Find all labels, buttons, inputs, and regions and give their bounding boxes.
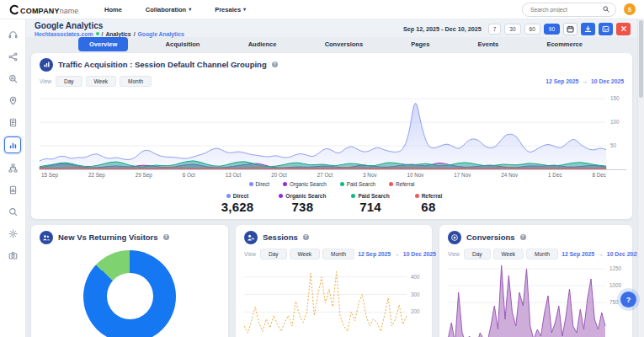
- x-axis-tick-label: 6 Oct: [183, 172, 195, 178]
- company-logo[interactable]: COMPANYname: [8, 2, 89, 17]
- search-icon[interactable]: [603, 6, 609, 13]
- legend-item[interactable]: Direct: [249, 181, 269, 187]
- chart-legend: DirectOrganic SearchPaid SearchReferral: [40, 181, 624, 187]
- x-axis-tick-label: 15 Sep: [41, 172, 58, 178]
- search-icon[interactable]: [5, 204, 20, 219]
- view-option-button[interactable]: Month: [322, 249, 354, 259]
- view-option-button[interactable]: Week: [493, 249, 524, 259]
- breadcrumb-separator: /: [134, 31, 136, 37]
- settings-gear-icon[interactable]: [5, 226, 20, 241]
- chart-title: Sessions: [263, 233, 298, 242]
- stat-dot-icon: [279, 194, 283, 198]
- session-user-badge-icon: [244, 231, 258, 244]
- chart-period[interactable]: 12 Sep 2025→10 Dec 2025: [546, 78, 624, 84]
- stat-value: 714: [359, 200, 381, 214]
- tab[interactable]: Events: [467, 37, 510, 51]
- range-preset-button[interactable]: 90: [544, 24, 560, 35]
- view-option-button[interactable]: Week: [86, 76, 117, 87]
- support-headset-icon[interactable]: [5, 27, 20, 42]
- main-menu: Home Collaboration Presales: [104, 6, 246, 13]
- tab[interactable]: Overview: [78, 37, 128, 51]
- stat-dot-icon: [351, 194, 355, 198]
- tab[interactable]: Conversions: [314, 37, 374, 51]
- tab[interactable]: Acquisition: [155, 37, 211, 51]
- document-icon[interactable]: [5, 115, 20, 130]
- search-input[interactable]: [529, 6, 603, 13]
- page-title: Google Analytics: [35, 21, 184, 31]
- bar-chart-badge-icon: [40, 58, 53, 72]
- stat-value: 3,628: [221, 200, 254, 214]
- stat-dot-icon: [226, 194, 231, 198]
- tab[interactable]: Audience: [237, 37, 288, 51]
- logo-c-icon: [8, 4, 19, 15]
- logo-text-bold: COMPANY: [20, 7, 60, 15]
- breadcrumb-site-link[interactable]: Hechtassociates.com: [35, 31, 93, 37]
- left-sidebar: [0, 19, 26, 337]
- svg-text:100: 100: [610, 119, 620, 125]
- breadcrumb-section[interactable]: Analytics: [105, 31, 130, 37]
- svg-text:400: 400: [411, 273, 420, 279]
- range-preset-button[interactable]: 30: [504, 24, 520, 35]
- tab[interactable]: Ecommerce: [535, 37, 593, 51]
- arrow-right-icon: →: [582, 78, 588, 84]
- camera-icon[interactable]: [5, 248, 20, 263]
- range-preset-button[interactable]: 60: [524, 24, 540, 35]
- chart-title: New Vs Returning Visitors: [58, 233, 158, 242]
- svg-text:750: 750: [609, 299, 619, 305]
- view-option-button[interactable]: Day: [56, 76, 82, 87]
- info-icon[interactable]: [272, 62, 278, 67]
- x-axis-tick-label: 1 Dec: [548, 172, 562, 178]
- image-export-button[interactable]: [599, 23, 613, 35]
- x-axis-tick-label: 10 Nov: [407, 172, 423, 178]
- stat-dot-icon: [415, 194, 419, 198]
- stat-label: Referral: [422, 193, 443, 199]
- conversions-card: Conversions View DayWeekMonth 12 Sep 202…: [439, 225, 632, 337]
- traffic-area-chart: 50100150: [40, 89, 626, 170]
- view-label: View: [448, 251, 460, 257]
- chevron-down-icon: [243, 7, 246, 12]
- legend-item[interactable]: Organic Search: [283, 181, 327, 187]
- chart-period[interactable]: 12 Sep 2025→10 Dec 2025: [358, 251, 436, 257]
- legend-dot-icon: [389, 182, 393, 186]
- range-preset-button[interactable]: 7: [488, 24, 502, 35]
- view-option-button[interactable]: Week: [290, 249, 321, 259]
- menu-item-home[interactable]: Home: [104, 6, 122, 13]
- status-dot: [96, 32, 99, 35]
- report-icon[interactable]: [5, 182, 20, 197]
- breadcrumb: Hechtassociates.com / Analytics / Google…: [35, 31, 184, 37]
- project-search[interactable]: [522, 3, 616, 17]
- info-icon[interactable]: [303, 234, 309, 240]
- breadcrumb-current: Google Analytics: [138, 31, 184, 37]
- view-option-button[interactable]: Day: [464, 249, 491, 259]
- info-icon[interactable]: [520, 234, 526, 240]
- tab[interactable]: Pages: [400, 37, 440, 51]
- scrollbar-thumb[interactable]: [639, 20, 643, 98]
- view-option-button[interactable]: Month: [120, 76, 152, 87]
- download-button[interactable]: [581, 23, 595, 35]
- legend-item[interactable]: Referral: [389, 181, 414, 187]
- legend-item[interactable]: Paid Search: [340, 181, 375, 187]
- stat-label: Paid Search: [358, 193, 389, 199]
- calendar-button[interactable]: [563, 23, 577, 35]
- user-avatar[interactable]: S: [624, 3, 636, 15]
- info-icon[interactable]: [163, 234, 169, 240]
- view-option-button[interactable]: Month: [526, 249, 558, 259]
- help-button[interactable]: ?: [620, 292, 636, 308]
- search-analytics-icon[interactable]: [5, 71, 20, 86]
- x-axis-tick-label: 20 Oct: [271, 172, 287, 178]
- excel-export-button[interactable]: [616, 23, 631, 35]
- x-axis-tick-label: 29 Sep: [136, 172, 152, 178]
- chart-period[interactable]: 12 Sep 2025→10 Dec 2025: [562, 251, 640, 257]
- hierarchy-icon[interactable]: [5, 160, 20, 175]
- donut-hole: [107, 273, 153, 319]
- view-option-button[interactable]: Day: [260, 249, 287, 259]
- share-nodes-icon[interactable]: [5, 49, 20, 64]
- page-scrollbar[interactable]: [637, 19, 644, 337]
- traffic-acquisition-card: Traffic Acquisition : Session Default Ch…: [31, 53, 632, 219]
- x-axis-tick-label: 24 Nov: [501, 172, 518, 178]
- menu-item-collaboration[interactable]: Collaboration: [146, 6, 191, 13]
- menu-item-presales[interactable]: Presales: [215, 6, 246, 13]
- location-pin-icon[interactable]: [5, 93, 20, 108]
- bar-chart-icon[interactable]: [4, 136, 21, 153]
- view-label: View: [40, 78, 51, 84]
